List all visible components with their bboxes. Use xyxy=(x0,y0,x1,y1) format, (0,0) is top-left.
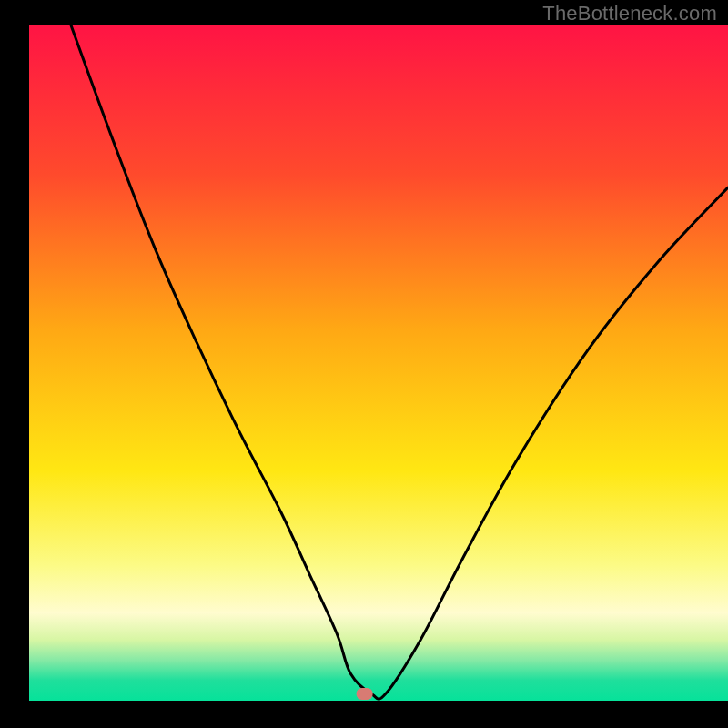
plot-background xyxy=(29,25,728,701)
chart-frame: { "watermark": "TheBottleneck.com", "cha… xyxy=(0,0,728,728)
bottleneck-chart xyxy=(0,0,728,728)
optimal-marker xyxy=(357,688,373,700)
watermark-text: TheBottleneck.com xyxy=(542,2,717,25)
